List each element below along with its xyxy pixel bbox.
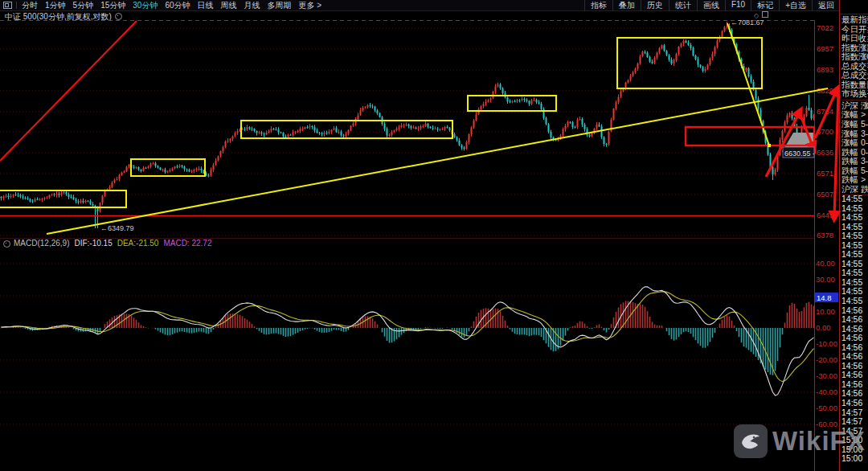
toolbar-button-F10[interactable]: F10	[725, 0, 751, 11]
tick-time: 14:56	[841, 380, 868, 390]
sidebar-separator	[841, 100, 868, 100]
yellow-annotation-box[interactable]	[468, 96, 556, 111]
stat-row: 最新指数	[841, 15, 868, 25]
macd-axis-label: -10.00	[816, 339, 837, 348]
top-toolbar: 分时1分钟5分钟15分钟30分钟60分钟日线周线月线多周期更多 > 指标叠加历史…	[0, 0, 840, 11]
diamond-icon[interactable]: ◇	[754, 12, 762, 19]
tick-time: 15:00	[841, 445, 868, 455]
price-axis-label: 6636	[817, 148, 833, 157]
timeframe-tab-1分钟[interactable]: 1分钟	[45, 0, 66, 11]
tick-time: 14:55	[841, 278, 868, 288]
stat-row: 昨日收盘	[841, 34, 868, 43]
stat-row: 跌幅 0-3	[841, 148, 868, 158]
yellow-annotation-box[interactable]	[617, 38, 762, 88]
tick-time: 15:00	[841, 454, 868, 464]
yellow-annotation-box[interactable]	[0, 190, 126, 207]
toolbar-button-画线[interactable]: 画线	[697, 0, 725, 11]
stat-row: 涨幅 > 7	[841, 110, 868, 120]
yellow-trend-line[interactable]	[47, 88, 828, 234]
tick-time: 14:56	[841, 306, 868, 316]
chart-title-row: 中证 500(30分钟,前复权,对数) ◇	[0, 10, 814, 20]
market-stats-sidebar: 最新指数今日开盘昨日收盘指数涨跌指数涨幅总成交额总成交量指数量比市场换手沪深 涨…	[840, 0, 868, 471]
toolbar-right-buttons: 指标叠加历史统计画线F10标记+自选返回	[584, 0, 840, 11]
tick-time: 14:56	[841, 389, 868, 399]
timeframe-tab-周线[interactable]: 周线	[221, 0, 237, 11]
timeframe-tab-多周期[interactable]: 多周期	[268, 0, 292, 11]
red-annotation-box[interactable]	[686, 127, 814, 145]
tick-time: 14:55	[841, 195, 868, 204]
price-axis-label: 6443	[817, 211, 833, 219]
stat-row: 指数量比	[841, 80, 868, 90]
price-axis-label: 7022	[817, 23, 833, 32]
price-axis-label: 6700	[817, 127, 833, 136]
window-icon[interactable]	[3, 2, 12, 9]
toolbar-button-历史[interactable]: 历史	[641, 0, 669, 11]
timeframe-tab-15分钟[interactable]: 15分钟	[100, 0, 125, 11]
candles	[1, 22, 815, 228]
tick-time: 14:56	[841, 352, 868, 362]
toolbar-button-自选[interactable]: +自选	[779, 0, 812, 11]
tick-time: 14:55	[841, 213, 868, 223]
toolbar-button-标记[interactable]: 标记	[751, 0, 779, 11]
price-axis-label: 6764	[817, 107, 833, 116]
toolbar-button-叠加[interactable]: 叠加	[612, 0, 641, 11]
dif-line	[2, 287, 814, 395]
wikifx-logo-icon	[734, 424, 768, 458]
timeframe-tab-月线[interactable]: 月线	[244, 0, 260, 11]
timeframe-tab-分时[interactable]: 分时	[22, 0, 38, 11]
timeframe-tab-30分钟[interactable]: 30分钟	[133, 0, 158, 11]
tick-time: 14:56	[841, 371, 868, 380]
timeframe-tab-更多[interactable]: 更多 >	[299, 0, 322, 11]
toolbar-button-返回[interactable]: 返回	[812, 0, 840, 11]
red-arrow[interactable]	[766, 112, 800, 177]
tick-time: 14:56	[841, 315, 868, 325]
low-price-label: ←6349.79	[100, 224, 134, 232]
stat-row: 指数涨幅	[841, 52, 868, 62]
yellow-annotation-box[interactable]	[131, 159, 205, 176]
macd-axis-label: -50.00	[816, 403, 837, 412]
tick-time: 14:56	[841, 334, 868, 343]
toolbar-button-统计[interactable]: 统计	[669, 0, 697, 11]
macd-gear-icon[interactable]	[3, 240, 10, 248]
sidebar-stat-rows: 最新指数今日开盘昨日收盘指数涨跌指数涨幅总成交额总成交量指数量比市场换手沪深 涨…	[841, 15, 868, 196]
macd-axis-label: 40.00	[816, 259, 835, 268]
red-arrow[interactable]	[815, 90, 837, 138]
timeframe-tab-5分钟[interactable]: 5分钟	[73, 0, 94, 11]
yellow-drop-line[interactable]	[727, 23, 769, 145]
tick-time: 14:56	[841, 325, 868, 334]
tick-time: 14:55	[841, 297, 868, 306]
maximize-icon[interactable]	[762, 11, 768, 18]
macd-dif-value: DIF:-10.15	[74, 239, 112, 248]
timeframe-tab-日线[interactable]: 日线	[198, 0, 214, 11]
stat-row: 跌幅 > 7	[841, 175, 868, 185]
timeframe-tabs: 分时1分钟5分钟15分钟30分钟60分钟日线周线月线多周期更多 >	[22, 0, 321, 11]
tick-time: 14:55	[841, 268, 868, 278]
macd-indicator-header: MACD(12,26,9)DIF:-10.15DEA:-21.50MACD: 2…	[0, 238, 814, 250]
red-arrow[interactable]	[834, 95, 838, 217]
yellow-annotation-box[interactable]	[241, 121, 452, 138]
red-arrow[interactable]	[801, 117, 813, 148]
stat-row: 指数涨跌	[841, 43, 868, 53]
stat-row: 跌幅 3-5	[841, 157, 868, 166]
timeframe-tab-60分钟[interactable]: 60分钟	[165, 0, 190, 11]
gear-icon[interactable]	[115, 13, 122, 20]
macd-axis-label: -40.00	[816, 387, 837, 396]
stat-row: 市场换手	[841, 89, 868, 99]
stat-row: 总成交额	[841, 62, 868, 72]
toolbar-button-指标[interactable]: 指标	[584, 0, 612, 11]
macd-dea-value: DEA:-21.50	[117, 239, 159, 248]
price-axis-label: 6507	[817, 190, 833, 199]
tick-time-list[interactable]: 14:5514:5514:5514:5514:5514:5514:5514:55…	[841, 195, 868, 464]
price-axis-label: 6829	[817, 86, 833, 95]
tick-time: 14:57	[841, 417, 868, 427]
tick-time: 14:55	[841, 241, 868, 251]
tick-time: 14:55	[841, 250, 868, 260]
gray-annotation-shape[interactable]	[782, 133, 814, 152]
drawing-handle[interactable]	[768, 144, 771, 147]
price-axis-label: 6378	[817, 231, 833, 240]
trading-app: 分时1分钟5分钟15分钟30分钟60分钟日线周线月线多周期更多 > 指标叠加历史…	[0, 0, 868, 471]
macd-plot	[2, 287, 814, 395]
chart-canvas[interactable]: 7022695768936829676467006636657165076443…	[0, 0, 868, 471]
red-trend-line[interactable]	[0, 21, 137, 161]
toolbar-divider	[16, 2, 17, 9]
